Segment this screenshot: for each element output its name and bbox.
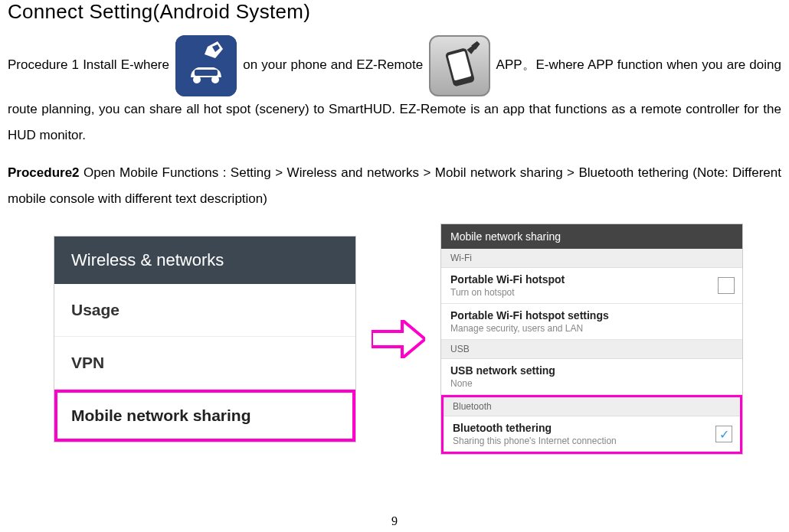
wifi-hotspot-sub: Turn on hotspot: [450, 287, 733, 298]
ewhere-app-icon: [175, 35, 237, 96]
bt-title: Bluetooth tethering: [453, 422, 731, 434]
wifi-hotspot-checkbox[interactable]: [718, 277, 735, 294]
bt-section-label: Bluetooth: [444, 397, 740, 416]
sharing-header: Mobile network sharing: [441, 224, 742, 249]
arrow-right-icon: [372, 320, 425, 358]
usage-item[interactable]: Usage: [54, 284, 355, 337]
procedure-1-text: Procedure 1 Install E-where on your phon…: [8, 35, 781, 149]
wifi-settings-item[interactable]: Portable Wi-Fi hotspot settings Manage s…: [441, 304, 742, 340]
wifi-hotspot-title: Portable Wi-Fi hotspot: [450, 273, 733, 286]
mobile-network-sharing-item[interactable]: Mobile network sharing: [54, 390, 355, 442]
bluetooth-highlight-box: Bluetooth Bluetooth tethering Sharing th…: [441, 395, 742, 454]
bt-tethering-item[interactable]: Bluetooth tethering Sharing this phone's…: [444, 416, 740, 452]
procedure-2-text: Procedure2 Open Mobile Functions : Setti…: [8, 160, 781, 212]
screenshots-row: Wireless & networks Usage VPN Mobile net…: [8, 224, 781, 455]
usb-item[interactable]: USB network setting None: [441, 359, 742, 395]
wireless-networks-screenshot: Wireless & networks Usage VPN Mobile net…: [54, 236, 356, 442]
svg-point-2: [193, 76, 201, 83]
wifi-section-label: Wi-Fi: [441, 249, 742, 268]
check-icon: ✓: [719, 427, 729, 442]
mobile-network-sharing-screenshot: Mobile network sharing Wi-Fi Portable Wi…: [440, 224, 743, 455]
bt-checkbox[interactable]: ✓: [715, 426, 732, 442]
vpn-item[interactable]: VPN: [54, 337, 355, 390]
bt-sub: Sharing this phone's Internet connection: [453, 436, 731, 446]
proc1-part2: on your phone and EZ-Remote: [243, 57, 423, 72]
proc1-part1: Procedure 1 Install E-where: [8, 57, 169, 72]
svg-rect-1: [195, 70, 218, 76]
usb-section-label: USB: [441, 340, 742, 359]
page-title: Connect Setting(Android System): [8, 0, 781, 24]
wireless-header: Wireless & networks: [54, 237, 355, 284]
proc2-text: Open Mobile Functions : Setting > Wirele…: [8, 165, 781, 206]
usb-sub: None: [450, 378, 733, 389]
proc2-label: Procedure2: [8, 165, 80, 180]
wifi-hotspot-item[interactable]: Portable Wi-Fi hotspot Turn on hotspot: [441, 268, 742, 304]
ezremote-app-icon: [429, 35, 490, 96]
usb-title: USB network setting: [450, 364, 733, 377]
wifi-settings-sub: Manage security, users and LAN: [450, 323, 733, 334]
page-number: 9: [391, 514, 398, 528]
wifi-settings-title: Portable Wi-Fi hotspot settings: [450, 309, 733, 321]
svg-rect-0: [175, 35, 237, 96]
svg-point-3: [211, 76, 219, 83]
